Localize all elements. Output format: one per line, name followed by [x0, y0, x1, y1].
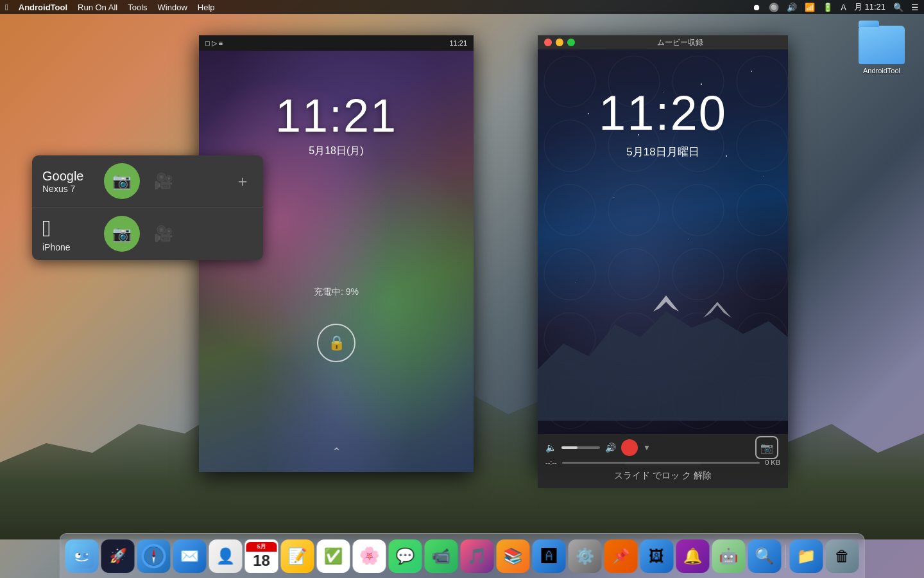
- record-dropdown-icon[interactable]: ▼: [643, 443, 651, 452]
- dock-launchpad[interactable]: 🚀: [101, 539, 135, 573]
- svg-point-13: [153, 555, 155, 557]
- dock-trash[interactable]: 🗑: [826, 539, 859, 573]
- dock-appstore[interactable]: 🅰: [533, 539, 566, 573]
- dock-quicksilver[interactable]: 🔍: [748, 539, 782, 573]
- dock-iphoto[interactable]: 🖼: [640, 539, 674, 573]
- menubar-time: 月 11:21: [854, 1, 886, 13]
- iphone-date: 5月18日月曜日: [626, 144, 699, 159]
- android-date: 5月18日(月): [309, 144, 363, 158]
- ime-text: スライド でロッ ク 解除: [614, 470, 712, 480]
- dock-folder[interactable]: 📁: [790, 539, 823, 573]
- dock-safari[interactable]: [137, 539, 171, 573]
- menu-tools[interactable]: Tools: [128, 3, 147, 12]
- record-button[interactable]: [621, 439, 638, 456]
- menubar:  AndroidTool Run On All Tools Window He…: [0, 0, 924, 14]
- folder-label: AndroidTool: [863, 67, 900, 74]
- ime-text-bar: スライド でロッ ク 解除: [545, 469, 780, 483]
- dock-calendar[interactable]: 5月 18: [245, 539, 278, 573]
- recording-control-bar: 🔈 🔊 ▼ --:-- 0 KB スライド でロッ ク 解除: [538, 434, 788, 488]
- progress-bar-row: --:-- 0 KB: [545, 459, 780, 466]
- dock-mail[interactable]: ✉️: [173, 539, 207, 573]
- menubar-wifi-icon: 📶: [805, 3, 815, 12]
- device-picker-panel: Google Nexus 7 📷 🎥 ＋  iPhone 📷 🎥: [32, 155, 263, 260]
- menubar-volume-icon: 🔊: [787, 3, 797, 12]
- android-swipe-indicator: ⌃: [332, 445, 341, 459]
- folder-icon: [859, 26, 905, 64]
- desktop:  AndroidTool Run On All Tools Window He…: [0, 0, 924, 578]
- iphone-screen-content: 11:20 5月18日月曜日 📷: [538, 49, 788, 472]
- dock-ibooks[interactable]: 📚: [497, 539, 530, 573]
- recording-controls-row: 🔈 🔊 ▼: [545, 439, 780, 456]
- dock-reminders[interactable]: ✅: [317, 539, 350, 573]
- dock-finder[interactable]: [65, 539, 99, 573]
- dock-photos[interactable]: 🌸: [353, 539, 386, 573]
- volume-up-icon: 🔊: [605, 442, 616, 453]
- menubar-record-icon: ⏺: [753, 3, 761, 12]
- dock-system-preferences[interactable]: ⚙️: [569, 539, 602, 573]
- android-charging: 充電中: 9%: [314, 286, 359, 298]
- iphone-device-name: iPhone: [42, 242, 71, 252]
- menubar-dropbox-icon: 🔘: [769, 3, 779, 12]
- desktop-androidtool-folder[interactable]: AndroidTool: [859, 26, 905, 74]
- window-title: ムービー収録: [657, 37, 703, 48]
- google-brand-text: Google: [42, 168, 84, 184]
- menubar-battery-icon: 🔋: [823, 3, 833, 12]
- menu-window[interactable]: Window: [158, 3, 187, 12]
- android-status-time: 11:21: [449, 39, 467, 47]
- dock-alarm[interactable]: 🔔: [676, 539, 710, 573]
- android-time: 11:21: [275, 89, 397, 142]
- svg-marker-2: [703, 302, 732, 318]
- progress-track: [562, 462, 760, 464]
- dock-pushbullet[interactable]: 📌: [604, 539, 638, 573]
- dock-separator: [785, 545, 786, 568]
- nexus7-add-button[interactable]: ＋: [232, 171, 253, 191]
- volume-slider[interactable]: [561, 446, 600, 449]
- dock-itunes[interactable]: 🎵: [461, 539, 494, 573]
- menubar-list-icon[interactable]: ☰: [911, 3, 919, 12]
- dock-facetime[interactable]: 📹: [425, 539, 458, 573]
- iphone-screenshot-button[interactable]: 📷: [104, 216, 140, 252]
- iphone-logo:  iPhone: [42, 215, 94, 252]
- window-maximize-btn[interactable]: [567, 39, 575, 46]
- dock-contacts[interactable]: 👤: [209, 539, 243, 573]
- record-dot: [626, 444, 633, 451]
- dock-androidtool[interactable]: 🤖: [712, 539, 746, 573]
- apple-menu[interactable]: : [5, 3, 8, 12]
- volume-down-icon: 🔈: [545, 442, 556, 453]
- android-lock-icon: 🔒: [317, 324, 355, 362]
- device-row-nexus7: Google Nexus 7 📷 🎥 ＋: [32, 155, 263, 207]
- iphone-camera-button[interactable]: 📷: [755, 436, 778, 459]
- android-screen-content: 11:21 5月18日(月) 充電中: 9% 🔒 ⌃: [199, 51, 474, 472]
- menubar-search-icon[interactable]: 🔍: [893, 3, 903, 12]
- iphone-time: 11:20: [599, 85, 727, 141]
- menubar-keyboard-icon: A: [841, 3, 846, 12]
- nexus7-screenshot-button[interactable]: 📷: [104, 163, 140, 199]
- menu-run-on-all[interactable]: Run On All: [78, 3, 117, 12]
- dock: 🚀 ✉️ 👤 5月 18 📝 ✅: [60, 533, 865, 578]
- svg-rect-3: [70, 544, 94, 568]
- nexus7-record-button[interactable]: 🎥: [150, 168, 177, 195]
- apple-icon: : [42, 215, 51, 242]
- window-titlebar: ムービー収録: [538, 35, 788, 49]
- iphone-record-button[interactable]: 🎥: [150, 220, 177, 247]
- iphone-screen-window: ムービー収録 11:20: [538, 35, 788, 472]
- dock-notes[interactable]: 📝: [281, 539, 314, 573]
- menu-help[interactable]: Help: [198, 3, 215, 12]
- svg-marker-1: [653, 295, 679, 311]
- svg-point-7: [86, 553, 88, 555]
- window-close-btn[interactable]: [544, 39, 552, 46]
- svg-point-6: [78, 553, 80, 555]
- nexus7-logo: Google Nexus 7: [42, 168, 94, 194]
- device-row-iphone:  iPhone 📷 🎥: [32, 207, 263, 260]
- android-status-icons: □ ▷ ≡: [205, 39, 223, 48]
- window-minimize-btn[interactable]: [556, 39, 563, 46]
- svg-marker-0: [538, 311, 788, 421]
- nexus7-device-name: Nexus 7: [42, 184, 75, 194]
- file-size-display: 0 KB: [765, 459, 780, 466]
- time-display: --:--: [545, 459, 557, 466]
- android-status-bar: □ ▷ ≡ 11:21: [199, 35, 474, 51]
- menu-androidtool[interactable]: AndroidTool: [19, 3, 67, 12]
- dock-messages[interactable]: 💬: [389, 539, 422, 573]
